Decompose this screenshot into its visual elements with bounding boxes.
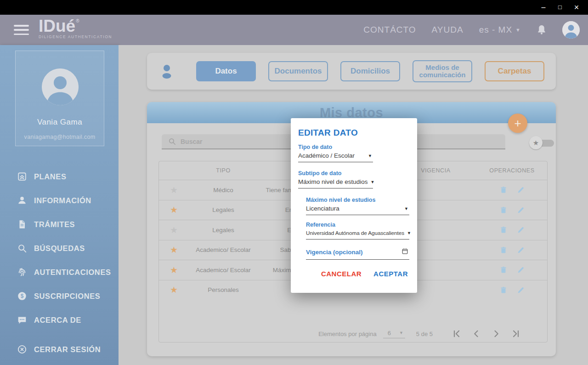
delete-icon[interactable]	[499, 266, 508, 274]
edit-icon[interactable]	[517, 226, 525, 234]
user-avatar[interactable]	[562, 21, 580, 39]
tab-bar: Datos Documentos Domicilios Medios de co…	[147, 53, 556, 90]
star-icon[interactable]: ★	[159, 185, 189, 195]
maximo-nivel-select[interactable]: Licenciatura ▼	[306, 203, 409, 215]
hamburger-menu-icon[interactable]	[14, 25, 29, 35]
nav-contact[interactable]: CONTÁCTO	[363, 25, 416, 35]
edit-icon[interactable]	[517, 186, 525, 194]
star-icon[interactable]: ★	[159, 225, 189, 235]
delete-icon[interactable]	[499, 286, 508, 294]
tab-medios-de-comunicacion[interactable]: Medios de comunicación	[413, 60, 472, 82]
delete-icon[interactable]	[499, 206, 508, 214]
tab-documentos[interactable]: Documentos	[268, 61, 328, 81]
dollar-icon: $	[17, 291, 28, 302]
sidebar-item-informacion[interactable]: INFORMACIÓN	[0, 188, 119, 212]
add-dato-button[interactable]: +	[508, 114, 527, 133]
page-range: 5 de 5	[416, 331, 433, 337]
person-icon	[17, 195, 28, 206]
brand-name: IDué	[39, 17, 75, 35]
tab-datos[interactable]: Datos	[196, 61, 256, 81]
col-tipo: TIPO	[189, 167, 258, 174]
profile-email: vaniagamag@hotmail.com	[16, 134, 104, 140]
star-icon[interactable]: ★	[159, 265, 189, 275]
modal-title: EDITAR DATO	[298, 128, 410, 138]
sidebar-item-tramites[interactable]: TRÁMITES	[0, 212, 119, 236]
field-vigencia: Vigencia (opcional)	[306, 246, 417, 260]
app-window: – □ × IDué ® DILIGENCE AUTHENTICATION CO…	[0, 0, 588, 365]
brand-tagline: DILIGENCE AUTHENTICATION	[39, 34, 112, 39]
chevron-down-icon: ▼	[407, 231, 411, 235]
search-icon	[168, 137, 176, 145]
sidebar-item-acerca-de[interactable]: ACERCA DE	[0, 308, 119, 332]
registered-mark: ®	[76, 18, 79, 23]
referencia-select[interactable]: Universidad Autónoma de Aguascalientes ▼	[306, 228, 409, 240]
items-per-page-label: Elementos por página	[318, 331, 376, 337]
edit-icon[interactable]	[517, 206, 525, 214]
app-header: IDué ® DILIGENCE AUTHENTICATION CONTÁCTO…	[0, 15, 588, 45]
tab-carpetas[interactable]: Carpetas	[485, 61, 544, 81]
sidebar-item-cerrar-sesion[interactable]: CERRAR SESIÓN	[0, 337, 119, 361]
delete-icon[interactable]	[499, 226, 508, 234]
profile-name: Vania Gama	[16, 118, 104, 127]
chevron-down-icon: ▼	[515, 27, 521, 33]
search-icon	[17, 243, 28, 254]
first-page-icon[interactable]	[452, 329, 461, 338]
chevron-down-icon: ▼	[404, 206, 408, 211]
chevron-down-icon: ▼	[368, 154, 372, 158]
language-value: es - MX	[479, 25, 512, 35]
last-page-icon[interactable]	[511, 329, 520, 338]
nav-help[interactable]: AYUDA	[432, 25, 464, 35]
notifications-bell-icon[interactable]	[537, 24, 547, 35]
tab-domicilios[interactable]: Domicilios	[340, 61, 400, 81]
fingerprint-icon	[17, 267, 28, 278]
chevron-down-icon: ▼	[399, 331, 403, 335]
pagination: Elementos por página 6 ▼ 5 de 5	[318, 329, 520, 338]
star-icon[interactable]: ★	[159, 205, 189, 215]
star-icon[interactable]: ★	[159, 285, 189, 295]
minimize-icon[interactable]: –	[538, 0, 548, 15]
star-icon[interactable]: ★	[159, 245, 189, 255]
star-icon: ★	[533, 139, 539, 147]
accept-button[interactable]: ACEPTAR	[373, 270, 408, 278]
edit-icon[interactable]	[517, 246, 525, 254]
maximize-icon[interactable]: □	[555, 0, 565, 15]
delete-icon[interactable]	[499, 246, 508, 254]
editar-dato-modal: EDITAR DATO Tipo de dato Académico / Esc…	[291, 118, 417, 293]
sidebar-item-suscripciones[interactable]: $ SUSCRIPCIONES	[0, 284, 119, 308]
plans-icon	[17, 171, 28, 182]
field-referencia: Referencia Universidad Autónoma de Aguas…	[306, 222, 417, 240]
profile-card: Vania Gama vaniagamag@hotmail.com	[15, 51, 104, 146]
next-page-icon[interactable]	[492, 329, 501, 338]
edit-icon[interactable]	[517, 266, 525, 274]
favorites-filter-toggle[interactable]: ★	[529, 136, 555, 150]
subtipo-de-dato-select[interactable]: Máximo nivel de estudios ▼	[298, 177, 373, 188]
window-titlebar: – □ ×	[0, 0, 588, 15]
tipo-de-dato-select[interactable]: Académico / Escolar ▼	[298, 150, 373, 162]
sidebar-menu: PLANES INFORMACIÓN TRÁMITES BÚSQUEDAS	[0, 165, 119, 361]
document-icon	[17, 219, 28, 230]
close-icon[interactable]: ×	[571, 0, 582, 15]
vigencia-date-input[interactable]: Vigencia (opcional)	[306, 246, 409, 260]
col-operaciones: OPERACIONES	[476, 167, 548, 174]
cancel-button[interactable]: CANCELAR	[321, 270, 362, 278]
sidebar: Vania Gama vaniagamag@hotmail.com PLANES…	[0, 45, 119, 365]
brand-logo: IDué ® DILIGENCE AUTHENTICATION	[39, 17, 112, 39]
field-subtipo-de-dato: Subtipo de dato Máximo nivel de estudios…	[298, 170, 417, 188]
field-tipo-de-dato: Tipo de dato Académico / Escolar ▼	[298, 144, 417, 162]
delete-icon[interactable]	[499, 186, 508, 194]
chat-icon	[17, 314, 28, 325]
plus-icon: +	[514, 116, 521, 131]
profile-avatar	[42, 68, 79, 105]
person-icon	[160, 64, 174, 79]
sidebar-item-autenticaciones[interactable]: AUTENTICACIONES	[0, 260, 119, 284]
items-per-page-select[interactable]: 6 ▼	[383, 330, 405, 338]
language-selector[interactable]: es - MX ▼	[479, 25, 521, 35]
sidebar-item-planes[interactable]: PLANES	[0, 165, 119, 188]
chevron-down-icon: ▼	[371, 180, 375, 184]
calendar-icon[interactable]	[401, 248, 408, 257]
previous-page-icon[interactable]	[472, 329, 481, 338]
logout-icon	[17, 344, 28, 355]
field-maximo-nivel: Máximo nivel de estudios Licenciatura ▼	[306, 197, 417, 215]
edit-icon[interactable]	[517, 286, 525, 294]
sidebar-item-busquedas[interactable]: BÚSQUEDAS	[0, 236, 119, 260]
